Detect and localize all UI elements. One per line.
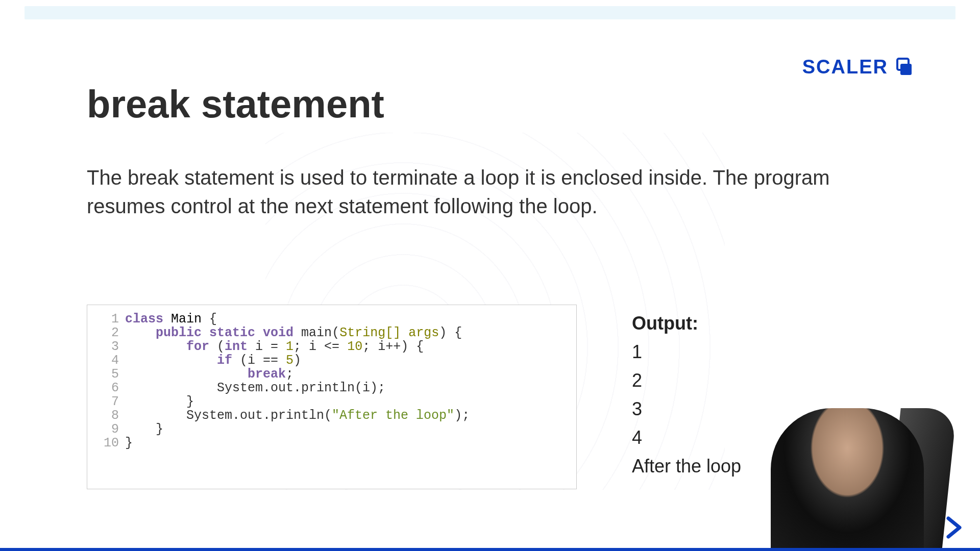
code-line: 1class Main { <box>99 312 565 326</box>
code-token: i = <box>248 339 286 354</box>
svg-rect-1 <box>900 64 912 75</box>
output-line: 3 <box>632 398 741 420</box>
webcam-presenter <box>771 408 924 551</box>
code-token <box>202 325 209 340</box>
code-token <box>163 312 171 327</box>
code-line: 2 public static void main(String[] args)… <box>99 326 565 340</box>
top-accent-bar <box>24 6 955 19</box>
line-number: 7 <box>99 395 119 409</box>
bottom-accent-bar <box>0 548 980 551</box>
line-number: 10 <box>99 436 119 450</box>
code-token: ) <box>293 353 301 368</box>
code-token: "After the loop" <box>332 408 454 423</box>
code-token: break <box>248 367 286 382</box>
brand-text: SCALER <box>802 56 888 78</box>
code-line: 10} <box>99 436 565 450</box>
chevron-right-icon <box>945 515 964 540</box>
code-token <box>125 353 217 368</box>
code-token: } <box>125 436 133 450</box>
output-label: Output: <box>632 313 741 334</box>
code-token: ( <box>209 339 225 354</box>
code-line: 5 break; <box>99 367 565 381</box>
code-token: ( <box>332 325 339 340</box>
code-token <box>125 367 248 382</box>
code-token: ) <box>439 325 447 340</box>
code-token: { <box>447 325 462 340</box>
output-line: 1 <box>632 341 741 363</box>
code-token: for <box>186 339 209 354</box>
code-token: main <box>301 325 332 340</box>
code-token: } <box>125 394 194 409</box>
code-token: { <box>202 312 217 327</box>
brand-logo-icon <box>894 58 914 77</box>
code-line: 3 for (int i = 1; i <= 10; i++) { <box>99 340 565 354</box>
line-number: 2 <box>99 326 119 340</box>
code-token: static <box>209 325 255 340</box>
output-panel: Output: 1234After the loop <box>632 313 741 477</box>
code-block: 1class Main {2 public static void main(S… <box>87 305 577 489</box>
code-token: Main <box>171 312 202 327</box>
code-token: int <box>225 339 248 354</box>
line-number: 1 <box>99 312 119 326</box>
code-token: } <box>125 422 163 437</box>
output-line: 4 <box>632 427 741 448</box>
code-token: ; i <= <box>293 339 347 354</box>
code-token <box>255 325 263 340</box>
line-number: 4 <box>99 354 119 367</box>
code-line: 7 } <box>99 395 565 409</box>
code-token: if <box>217 353 232 368</box>
code-token: class <box>125 312 163 327</box>
code-token: ; i++) { <box>362 339 424 354</box>
code-token: 10 <box>347 339 362 354</box>
code-token: String[] args <box>339 325 439 340</box>
line-number: 3 <box>99 340 119 354</box>
code-token: ; <box>286 367 293 382</box>
code-token: public <box>156 325 202 340</box>
code-line: 6 System.out.println(i); <box>99 381 565 395</box>
code-token: void <box>263 325 293 340</box>
code-line: 8 System.out.println("After the loop"); <box>99 409 565 422</box>
slide-description: The break statement is used to terminate… <box>87 163 893 220</box>
line-number: 8 <box>99 409 119 422</box>
code-token <box>293 325 301 340</box>
code-token: (i == <box>232 353 286 368</box>
output-line: After the loop <box>632 456 741 477</box>
code-token: ); <box>454 408 470 423</box>
code-token <box>125 325 156 340</box>
code-token: System.out.println( <box>125 408 332 423</box>
slide-title: break statement <box>87 82 384 126</box>
code-token: 1 <box>286 339 293 354</box>
output-line: 2 <box>632 370 741 391</box>
line-number: 6 <box>99 381 119 395</box>
code-line: 4 if (i == 5) <box>99 354 565 367</box>
line-number: 5 <box>99 367 119 381</box>
brand: SCALER <box>802 56 914 78</box>
line-number: 9 <box>99 422 119 436</box>
output-lines: 1234After the loop <box>632 341 741 477</box>
next-slide-button[interactable] <box>943 513 966 542</box>
code-token: System.out.println(i); <box>125 381 385 395</box>
code-line: 9 } <box>99 422 565 436</box>
code-token: 5 <box>286 353 293 368</box>
code-token <box>125 339 186 354</box>
